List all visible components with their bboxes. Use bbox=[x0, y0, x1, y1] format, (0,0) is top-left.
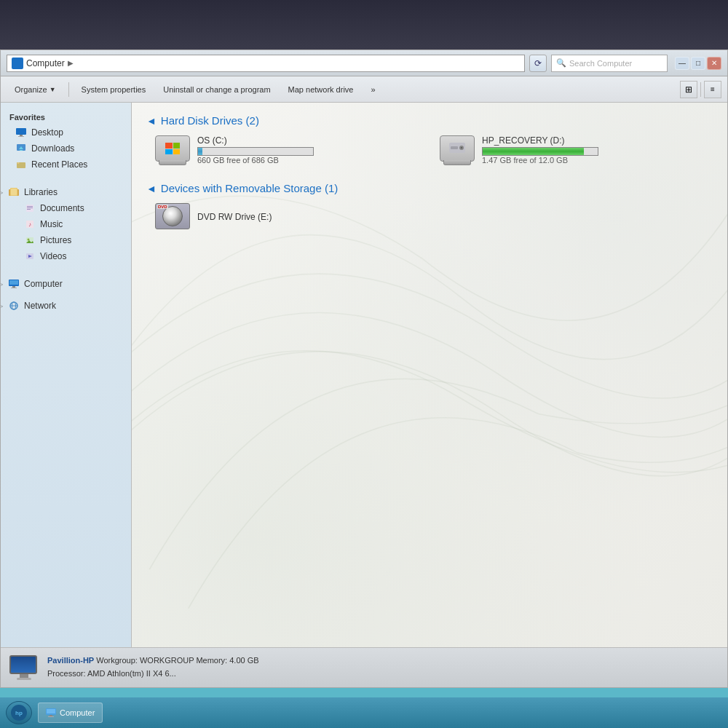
hard-disk-collapse-arrow[interactable]: ◄ bbox=[146, 115, 157, 127]
windows-logo-tl bbox=[165, 143, 173, 149]
drive-c-icon bbox=[155, 135, 190, 165]
sidebar-item-libraries[interactable]: ▷ Libraries bbox=[1, 184, 131, 200]
status-info: Pavillion-HP Workgroup: WORKGROUP Memory… bbox=[47, 654, 259, 680]
drive-d-fill bbox=[483, 148, 584, 155]
sidebar-item-music[interactable]: ♪ Music bbox=[1, 216, 131, 232]
svg-rect-24 bbox=[12, 286, 15, 288]
svg-rect-25 bbox=[11, 288, 17, 288]
system-properties-button[interactable]: System properties bbox=[74, 79, 154, 100]
network-icon bbox=[8, 300, 20, 312]
maximize-button[interactable]: □ bbox=[691, 57, 705, 70]
videos-icon bbox=[24, 250, 36, 262]
drive-d-info: HP_RECOVERY (D:) 1.47 GB free of 12.0 GB bbox=[482, 135, 598, 165]
sidebar-item-computer[interactable]: ▷ Computer bbox=[1, 276, 131, 292]
address-bar: Computer ▶ ⟳ 🔍 Search Computer — □ ✕ bbox=[1, 50, 727, 76]
desktop-icon bbox=[15, 127, 27, 138]
recent-places-label: Recent Places bbox=[31, 159, 87, 170]
svg-rect-13 bbox=[27, 206, 33, 207]
libraries-expand-icon: ▷ bbox=[1, 189, 4, 195]
status-line-1: Pavillion-HP Workgroup: WORKGROUP Memory… bbox=[47, 654, 259, 668]
view-list-button[interactable]: ≡ bbox=[704, 81, 721, 98]
computer-name: Pavillion-HP bbox=[47, 656, 94, 665]
svg-rect-8 bbox=[17, 162, 20, 164]
drive-e-icon: DVD bbox=[155, 203, 190, 232]
uninstall-button[interactable]: Uninstall or change a program bbox=[155, 79, 278, 100]
main-area: Favorites Desktop Downloads bbox=[1, 103, 727, 647]
svg-rect-5 bbox=[20, 150, 23, 151]
svg-rect-23 bbox=[9, 280, 18, 285]
libraries-icon bbox=[8, 186, 20, 198]
organize-button[interactable]: Organize ▼ bbox=[7, 79, 64, 100]
removable-section-title: Devices with Removable Storage (1) bbox=[161, 182, 338, 194]
drive-e-info: DVD RW Drive (E:) bbox=[197, 212, 272, 223]
computer-address-icon bbox=[12, 58, 23, 69]
refresh-button[interactable]: ⟳ bbox=[529, 55, 547, 72]
map-network-button[interactable]: Map network drive bbox=[280, 79, 362, 100]
sidebar-item-network[interactable]: ▷ Network bbox=[1, 298, 131, 314]
sidebar-item-videos[interactable]: Videos bbox=[1, 248, 131, 264]
pictures-icon bbox=[24, 234, 36, 246]
toolbar-separator-2 bbox=[700, 82, 701, 97]
dvd-disc bbox=[162, 206, 183, 226]
drive-item-c[interactable]: OS (C:) 660 GB free of 686 GB bbox=[155, 135, 428, 165]
desktop-label: Desktop bbox=[31, 127, 63, 138]
hard-disk-section-header: ◄ Hard Disk Drives (2) bbox=[146, 114, 713, 127]
svg-rect-11 bbox=[11, 189, 17, 195]
address-breadcrumb[interactable]: Computer ▶ bbox=[7, 55, 525, 72]
svg-text:♪: ♪ bbox=[28, 221, 31, 228]
windows-logo-br bbox=[173, 149, 181, 155]
sidebar-item-pictures[interactable]: Pictures bbox=[1, 232, 131, 248]
view-options-button[interactable]: ⊞ bbox=[680, 81, 697, 98]
computer-expand-icon: ▷ bbox=[1, 281, 4, 287]
status-computer-icon bbox=[9, 655, 39, 681]
drive-c-top: OS (C:) 660 GB free of 686 GB bbox=[155, 135, 428, 165]
drive-d-top: HP_RECOVERY (D:) 1.47 GB free of 12.0 GB bbox=[440, 135, 713, 165]
svg-rect-32 bbox=[451, 146, 458, 149]
minimize-button[interactable]: — bbox=[675, 57, 689, 70]
svg-rect-2 bbox=[18, 136, 24, 137]
sidebar-item-downloads[interactable]: Downloads bbox=[1, 141, 131, 157]
svg-rect-14 bbox=[27, 207, 33, 208]
sidebar-item-desktop[interactable]: Desktop bbox=[1, 124, 131, 141]
removable-collapse-arrow[interactable]: ◄ bbox=[146, 183, 157, 194]
drive-d-icon bbox=[440, 135, 475, 165]
refresh-icon: ⟳ bbox=[534, 58, 542, 68]
drive-item-d[interactable]: HP_RECOVERY (D:) 1.47 GB free of 12.0 GB bbox=[440, 135, 713, 165]
dvd-shape: DVD bbox=[155, 203, 190, 229]
breadcrumb-arrow: ▶ bbox=[68, 59, 74, 67]
sidebar-item-recent[interactable]: Recent Places bbox=[1, 157, 131, 173]
drives-grid: OS (C:) 660 GB free of 686 GB bbox=[146, 135, 713, 165]
drive-c-info: OS (C:) 660 GB free of 686 GB bbox=[197, 135, 314, 165]
svg-point-31 bbox=[461, 147, 462, 149]
hard-disk-section-title: Hard Disk Drives (2) bbox=[161, 114, 259, 127]
removable-section-header: ◄ Devices with Removable Storage (1) bbox=[146, 182, 713, 194]
sidebar-item-documents[interactable]: Documents bbox=[1, 200, 131, 216]
start-button[interactable]: hp bbox=[6, 701, 32, 724]
more-toolbar-button[interactable]: » bbox=[363, 79, 383, 100]
monitor-shape bbox=[9, 655, 37, 674]
svg-rect-36 bbox=[48, 716, 54, 717]
drive-d-bar bbox=[482, 147, 598, 156]
organize-arrow-icon: ▼ bbox=[50, 86, 56, 93]
window-controls: — □ ✕ bbox=[675, 57, 721, 70]
drive-e-top: DVD DVD RW Drive (E:) bbox=[155, 203, 713, 232]
sidebar: Favorites Desktop Downloads bbox=[1, 103, 132, 647]
drive-c-name: OS (C:) bbox=[197, 135, 314, 146]
recent-places-icon bbox=[15, 159, 27, 170]
drive-d-free: 1.47 GB free of 12.0 GB bbox=[482, 156, 598, 165]
downloads-label: Downloads bbox=[31, 143, 74, 154]
breadcrumb-root: Computer bbox=[26, 58, 65, 68]
monitor-base bbox=[17, 678, 31, 680]
explorer-window: Computer ▶ ⟳ 🔍 Search Computer — □ ✕ Org… bbox=[0, 50, 728, 688]
taskbar-explorer-item[interactable]: Computer bbox=[38, 703, 103, 723]
close-button[interactable]: ✕ bbox=[707, 57, 721, 70]
hp-logo: hp bbox=[11, 705, 27, 721]
status-line-2: Processor: AMD Athlon(tm) II X4 6... bbox=[47, 668, 259, 681]
favorites-section: Favorites Desktop Downloads bbox=[1, 110, 131, 173]
search-box[interactable]: 🔍 Search Computer bbox=[551, 55, 668, 72]
processor-value: AMD Athlon(tm) II X4 6... bbox=[87, 669, 176, 678]
svg-rect-35 bbox=[50, 715, 52, 716]
windows-logo-bl bbox=[165, 149, 173, 155]
drive-item-e[interactable]: DVD DVD RW Drive (E:) bbox=[155, 203, 713, 232]
svg-point-19 bbox=[28, 239, 30, 241]
